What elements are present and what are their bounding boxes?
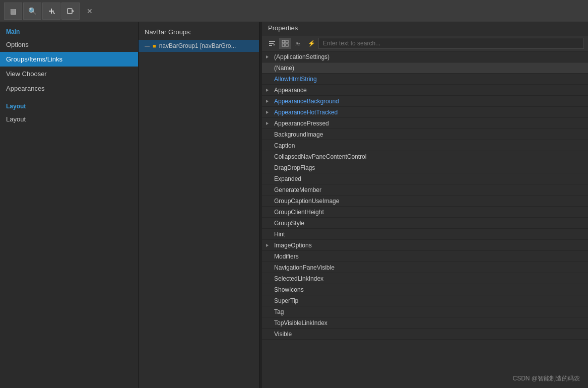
prop-name-6: AppearancePressed: [272, 120, 588, 127]
navbar-group1-item[interactable]: — ■ navBarGroup1 [navBarGro...: [139, 40, 259, 52]
prop-row-5[interactable]: AppearanceHotTracked: [262, 107, 588, 118]
prop-alphabetical-button[interactable]: A z: [292, 38, 304, 49]
navbar-groups-title: NavBar Groups:: [139, 26, 259, 40]
svg-rect-5: [269, 43, 274, 44]
prop-name-5: AppearanceHotTracked: [272, 109, 588, 116]
prop-row-22[interactable]: SuperTip: [262, 295, 588, 306]
properties-title: Properties: [262, 22, 588, 36]
move-button[interactable]: [61, 3, 80, 20]
svg-marker-15: [266, 100, 269, 103]
prop-row-16[interactable]: Hint: [262, 229, 588, 240]
prop-row-9[interactable]: CollapsedNavPaneContentControl: [262, 151, 588, 162]
svg-marker-14: [266, 89, 269, 92]
tree-item-icon: ■: [153, 43, 156, 49]
doc-button[interactable]: ▤: [4, 3, 22, 20]
prop-sort-button[interactable]: [266, 38, 278, 49]
prop-row-15[interactable]: GroupStyle: [262, 218, 588, 229]
prop-row-8[interactable]: Caption: [262, 140, 588, 151]
prop-row-13[interactable]: GroupCaptionUseImage: [262, 196, 588, 207]
middle-panel: NavBar Groups: — ■ navBarGroup1 [navBarG…: [139, 22, 259, 388]
prop-name-2: AllowHtmlString: [272, 76, 588, 83]
svg-marker-17: [266, 122, 269, 125]
prop-name-19: NavigationPaneVisible: [272, 264, 588, 271]
prop-row-7[interactable]: BackgroundImage: [262, 129, 588, 140]
prop-row-24[interactable]: TopVisibleLinkIndex: [262, 317, 588, 329]
prop-expand-icon-17: [262, 243, 272, 248]
sidebar-item-options[interactable]: Options: [0, 37, 138, 52]
prop-row-4[interactable]: AppearanceBackground: [262, 96, 588, 107]
prop-name-14: GroupClientHeight: [272, 209, 588, 216]
prop-name-12: GenerateMember: [272, 186, 588, 193]
watermark: CSDN @智能制造的码农: [512, 374, 580, 383]
svg-rect-3: [68, 9, 72, 14]
prop-name-10: DragDropFlags: [272, 164, 588, 171]
prop-row-21[interactable]: ShowIcons: [262, 284, 588, 295]
svg-rect-2: [53, 12, 55, 14]
tree-item-dash: —: [145, 43, 150, 49]
sidebar-item-appearances[interactable]: Appearances: [0, 81, 138, 96]
prop-row-12[interactable]: GenerateMember: [262, 184, 588, 196]
prop-events-button[interactable]: ⚡: [305, 38, 317, 49]
prop-row-2[interactable]: AllowHtmlString: [262, 74, 588, 85]
svg-rect-1: [51, 9, 52, 14]
prop-name-22: SuperTip: [272, 297, 588, 304]
prop-expand-icon-0: [262, 54, 272, 59]
prop-name-11: Expanded: [272, 175, 588, 182]
svg-marker-16: [266, 111, 269, 114]
search-button[interactable]: 🔍: [23, 3, 41, 20]
prop-name-13: GroupCaptionUseImage: [272, 198, 588, 205]
prop-row-6[interactable]: AppearancePressed: [262, 118, 588, 129]
prop-row-17[interactable]: ImageOptions: [262, 240, 588, 251]
navbar-group1-label: navBarGroup1 [navBarGro...: [159, 42, 236, 49]
close-button[interactable]: ✕: [81, 3, 99, 20]
prop-row-18[interactable]: Modifiers: [262, 251, 588, 262]
prop-row-11[interactable]: Expanded: [262, 173, 588, 184]
svg-marker-18: [266, 244, 269, 247]
prop-name-9: CollapsedNavPaneContentControl: [272, 153, 588, 160]
sidebar: Main Options Groups/Items/Links View Cho…: [0, 22, 139, 388]
main-content: Main Options Groups/Items/Links View Cho…: [0, 22, 588, 388]
svg-rect-7: [282, 40, 285, 43]
sidebar-item-view-chooser[interactable]: View Chooser: [0, 67, 138, 81]
prop-name-8: Caption: [272, 142, 588, 149]
sidebar-item-groups-items-links[interactable]: Groups/Items/Links: [0, 52, 138, 67]
sidebar-item-layout[interactable]: Layout: [0, 112, 138, 126]
prop-expand-icon-6: [262, 121, 272, 126]
prop-name-20: SelectedLinkIndex: [272, 275, 588, 282]
prop-row-19[interactable]: NavigationPaneVisible: [262, 262, 588, 273]
svg-rect-8: [286, 40, 288, 43]
prop-row-25[interactable]: Visible: [262, 329, 588, 340]
prop-row-20[interactable]: SelectedLinkIndex: [262, 273, 588, 284]
prop-name-21: ShowIcons: [272, 286, 588, 293]
add-button[interactable]: [42, 3, 60, 20]
svg-rect-10: [286, 44, 288, 46]
prop-row-3[interactable]: Appearance: [262, 85, 588, 96]
prop-categorized-button[interactable]: [279, 38, 291, 49]
prop-row-1[interactable]: (Name): [262, 62, 588, 74]
prop-expand-icon-3: [262, 88, 272, 93]
layout-section-header: Layout: [0, 96, 138, 112]
prop-name-15: GroupStyle: [272, 220, 588, 227]
svg-marker-13: [266, 55, 269, 58]
svg-rect-4: [269, 41, 275, 42]
prop-name-17: ImageOptions: [272, 242, 588, 249]
prop-row-14[interactable]: GroupClientHeight: [262, 207, 588, 218]
prop-row-0[interactable]: (ApplicationSettings): [262, 51, 588, 62]
properties-panel: Properties A: [262, 22, 588, 388]
top-toolbar: ▤ 🔍 ✕: [0, 0, 588, 22]
prop-expand-icon-5: [262, 110, 272, 115]
prop-name-18: Modifiers: [272, 253, 588, 260]
prop-name-1: (Name): [272, 64, 588, 72]
prop-row-10[interactable]: DragDropFlags: [262, 162, 588, 173]
properties-search-input[interactable]: [318, 38, 584, 49]
prop-expand-icon-4: [262, 99, 272, 104]
prop-name-25: Visible: [272, 331, 588, 338]
prop-name-23: Tag: [272, 308, 588, 315]
svg-text:z: z: [298, 42, 300, 46]
prop-row-23[interactable]: Tag: [262, 306, 588, 317]
prop-name-24: TopVisibleLinkIndex: [272, 319, 588, 327]
prop-name-3: Appearance: [272, 87, 588, 94]
main-section-header: Main: [0, 24, 138, 37]
properties-toolbar: A z ⚡: [262, 36, 588, 51]
prop-name-16: Hint: [272, 231, 588, 238]
